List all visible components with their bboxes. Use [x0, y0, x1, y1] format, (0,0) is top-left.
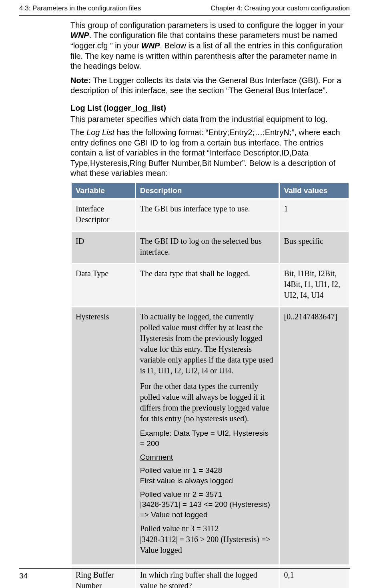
- example-title: Example: Data Type = UI2, Hysteresis = 2…: [140, 428, 275, 448]
- cell-description: The GBI bus interface type to use.: [136, 199, 279, 231]
- table-header-row: Variable Description Valid values: [72, 183, 349, 198]
- cell-description: To actually be logged, the currently pol…: [136, 307, 279, 564]
- cell-variable: Interface Descriptor: [72, 199, 135, 231]
- ex-line: |3428-3112| = 316 > 200 (Hysteresis) => …: [140, 535, 271, 554]
- cell-description: The GBI ID to log on the selected bus in…: [136, 232, 279, 263]
- th-description: Description: [136, 183, 279, 198]
- content-area: This group of configuration parameters i…: [19, 16, 350, 588]
- loglist-term: Log List: [86, 128, 114, 137]
- loglist-heading: Log List (logger_log_list): [70, 103, 350, 114]
- intro-text: This group of configuration parameters i…: [70, 21, 344, 30]
- loglist-p1: This parameter specifies which data from…: [70, 114, 350, 125]
- table-row: Hysteresis To actually be logged, the cu…: [72, 307, 349, 564]
- table-row: Data Type The data type that shall be lo…: [72, 264, 349, 306]
- example-step: Polled value nr 3 = 3112 |3428-3112| = 3…: [140, 523, 275, 556]
- note-body: The Logger collects its data via the Gen…: [70, 76, 341, 95]
- footer-rule: [19, 568, 350, 569]
- example-comment-label: Comment: [140, 453, 173, 461]
- page-number: 34: [19, 571, 350, 581]
- note-label: Note:: [70, 76, 91, 85]
- intro-paragraph: This group of configuration parameters i…: [70, 20, 350, 72]
- header-left: 4.3: Parameters in the configuration fil…: [19, 4, 141, 13]
- table-row: ID The GBI ID to log on the selected bus…: [72, 232, 349, 263]
- note-paragraph: Note: The Logger collects its data via t…: [70, 76, 350, 96]
- wnp-acronym: WNP: [141, 41, 160, 50]
- ex-line: Polled value nr 1 = 3428: [140, 466, 222, 474]
- cell-valid: Bus specific: [280, 232, 349, 263]
- wnp-acronym: WNP: [70, 31, 89, 40]
- cell-variable: ID: [72, 232, 135, 263]
- ex-line: First value is always logged: [140, 476, 233, 485]
- ex-line: Polled value nr 3 = 3112: [140, 524, 219, 533]
- text: The: [70, 128, 86, 137]
- example-block: Example: Data Type = UI2, Hysteresis = 2…: [140, 428, 275, 555]
- cell-variable: Hysteresis: [72, 307, 135, 564]
- ex-line: Polled value nr 2 = 3571: [140, 490, 222, 498]
- ex-line: |3428-3571| = 143 <= 200 (Hysteresis) =>…: [140, 500, 270, 519]
- variables-table: Variable Description Valid values Interf…: [70, 182, 350, 588]
- cell-valid: Bit, I1Bit, I2Bit, I4Bit, I1, UI1, I2, U…: [280, 264, 349, 306]
- header-right: Chapter 4: Creating your custom configur…: [211, 4, 350, 13]
- page-footer: 34: [0, 568, 369, 581]
- page: 4.3: Parameters in the configuration fil…: [0, 0, 369, 588]
- table-row: Interface Descriptor The GBI bus interfa…: [72, 199, 349, 231]
- cell-valid: 1: [280, 199, 349, 231]
- th-valid-values: Valid values: [280, 183, 349, 198]
- hyst-p1: To actually be logged, the currently pol…: [140, 311, 275, 376]
- running-header: 4.3: Parameters in the configuration fil…: [19, 4, 350, 15]
- hyst-p2: For the other data types the currently p…: [140, 381, 275, 424]
- cell-valid: [0..2147483647]: [280, 307, 349, 564]
- cell-description: The data type that shall be logged.: [136, 264, 279, 306]
- th-variable: Variable: [72, 183, 135, 198]
- example-step: Polled value nr 2 = 3571 |3428-3571| = 1…: [140, 489, 275, 520]
- loglist-p2: The Log List has the following format: “…: [70, 128, 350, 179]
- cell-variable: Data Type: [72, 264, 135, 306]
- example-step: Polled value nr 1 = 3428 First value is …: [140, 465, 275, 486]
